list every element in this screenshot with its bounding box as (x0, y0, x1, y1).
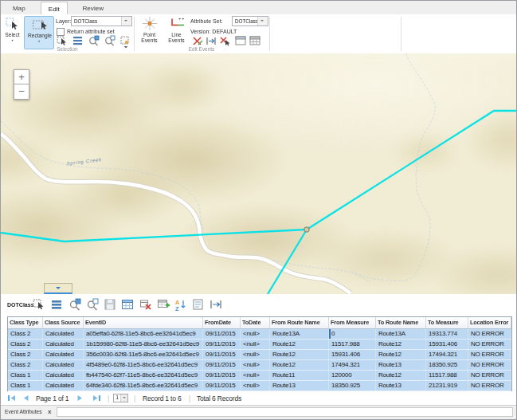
table-cell[interactable]: Route13 (376, 360, 426, 370)
attribute-set-combobox[interactable]: DOTClass (232, 16, 268, 26)
table-cell[interactable]: 11517.988 (426, 371, 468, 380)
table-cell[interactable]: Route13A (270, 329, 329, 339)
table-cell[interactable]: Route12 (376, 350, 426, 359)
column-header[interactable]: From Measure (329, 317, 376, 328)
table-cell[interactable]: 11517.988 (329, 340, 376, 349)
table-cell[interactable]: 09/11/2015 (203, 350, 241, 359)
selection-list-icon[interactable] (72, 35, 84, 46)
delete-record-icon[interactable] (139, 298, 153, 312)
table-cell[interactable]: 17494.321 (329, 360, 376, 370)
table-cell[interactable]: <null> (241, 371, 270, 380)
table-cell[interactable]: Route13 (270, 381, 329, 391)
table-cell[interactable]: 09/11/2015 (203, 340, 241, 349)
table-cell[interactable]: NO ERROR (468, 329, 511, 339)
zoom-in-button[interactable]: + (14, 69, 29, 84)
table-cell[interactable]: Route13 (376, 381, 426, 391)
map-view[interactable]: Spring Creek + − (1, 53, 516, 294)
layer-combo-arrow[interactable] (121, 17, 131, 26)
table-cell[interactable]: <null> (241, 350, 270, 359)
table-cell[interactable]: Calculated (43, 371, 84, 380)
table-cell[interactable]: Class 1 (8, 371, 43, 380)
table-row[interactable]: Class 2Calculateda05effa0-62f8-11e5-8bc6… (8, 329, 511, 340)
table-cell[interactable]: a05effa0-62f8-11e5-8bc6-ee32641d5ec9 (84, 329, 203, 339)
first-page-button[interactable] (7, 394, 16, 402)
table-cell[interactable]: <null> (241, 381, 270, 391)
table-cell[interactable]: Route12 (270, 360, 329, 370)
table-cell[interactable]: 09/11/2015 (203, 360, 241, 370)
zoom-out-button[interactable]: − (14, 84, 29, 100)
zoom-to-selection-icon[interactable] (88, 35, 100, 46)
table-cell[interactable]: NO ERROR (468, 340, 511, 349)
select-by-attributes-icon[interactable] (57, 35, 68, 46)
table-row[interactable]: Class 2Calculated356c0030-62f8-11e5-8bc6… (8, 350, 511, 360)
table-cell[interactable]: 120000 (329, 371, 376, 380)
table-cell[interactable]: Class 2 (8, 340, 43, 349)
table-cell[interactable]: 09/11/2015 (203, 371, 241, 380)
column-header[interactable]: FromDate (203, 317, 241, 328)
table-cell[interactable]: Class 1 (8, 381, 43, 391)
pan-to-selected-icon[interactable] (86, 298, 100, 312)
sort-icon[interactable]: A Z (174, 298, 188, 312)
switch-table-icon[interactable] (121, 298, 135, 312)
table-cell[interactable]: Route12 (376, 371, 426, 380)
menu-icon[interactable] (50, 298, 64, 312)
column-header[interactable]: EventID (84, 317, 203, 328)
table-cell[interactable]: 356c0030-62f8-11e5-8bc6-ee32641d5ec9 (84, 350, 203, 359)
table-cell[interactable]: NO ERROR (468, 360, 511, 370)
pan-to-selection-icon[interactable] (104, 35, 116, 46)
table-cell[interactable]: Route13A (376, 329, 426, 339)
table-cell[interactable]: Route11 (270, 371, 329, 380)
route-junction-vertex[interactable] (304, 227, 309, 232)
table-cell[interactable]: 15931.406 (426, 340, 468, 349)
table-cell[interactable]: Class 2 (8, 360, 43, 370)
table-cell[interactable]: NO ERROR (468, 371, 511, 380)
table-cell[interactable]: Route12 (270, 340, 329, 349)
column-header[interactable]: To Measure (426, 317, 468, 328)
table-cell[interactable]: Calculated (43, 329, 84, 339)
rectangle-tool-button[interactable]: Rectangle ▼ (24, 16, 54, 49)
table-row[interactable]: Class 1Calculatedfb447540-62f7-11e5-8bc6… (8, 371, 511, 381)
table-cell[interactable]: 0 (329, 329, 376, 339)
split-event-icon[interactable] (192, 35, 203, 46)
table-cell[interactable]: Route12 (270, 350, 329, 359)
table-cell[interactable]: <null> (241, 360, 270, 370)
table-cell[interactable]: 15931.406 (329, 350, 376, 359)
event-window-icon[interactable] (235, 35, 246, 46)
table-cell[interactable]: NO ERROR (468, 381, 511, 391)
column-header[interactable]: From Route Name (270, 317, 329, 328)
column-header[interactable]: ToDate (241, 317, 270, 328)
panel-collapse-tab[interactable] (44, 283, 72, 294)
tab-edit[interactable]: Edit (41, 2, 68, 15)
table-cell[interactable]: Class 2 (8, 350, 43, 359)
table-cell[interactable]: NO ERROR (468, 350, 511, 359)
table-cell[interactable]: Class 2 (8, 329, 43, 339)
select-tool-button[interactable]: Select ▼ (2, 16, 22, 49)
attributes-form-icon[interactable] (192, 298, 206, 312)
line-events-button[interactable]: LineEvents (163, 16, 190, 49)
tab-map[interactable]: Map (6, 2, 33, 14)
column-header[interactable]: Class Type (8, 317, 43, 328)
fit-columns-icon[interactable] (210, 298, 223, 312)
table-cell[interactable]: Route12 (376, 340, 426, 349)
previous-page-button[interactable] (22, 394, 29, 402)
next-page-button[interactable] (76, 394, 84, 402)
column-header[interactable]: To Route Name (376, 317, 426, 328)
layer-combobox[interactable]: DOTClass (71, 16, 132, 26)
table-cell[interactable]: fb447540-62f7-11e5-8bc6-ee32641d5ec9 (84, 371, 203, 380)
event-table-icon[interactable] (249, 35, 260, 46)
attribute-set-combo-arrow[interactable] (257, 17, 268, 26)
table-cell[interactable]: 18350.925 (329, 381, 376, 391)
merge-event-icon[interactable] (206, 35, 217, 46)
point-events-button[interactable]: PointEvents (137, 16, 162, 49)
page-number-arrow[interactable] (120, 394, 127, 402)
table-cell[interactable]: Calculated (43, 360, 84, 370)
table-cell[interactable]: 21231.919 (426, 381, 468, 391)
page-number-dropdown[interactable]: 1 (113, 394, 128, 402)
selection-options-icon[interactable] (120, 35, 131, 49)
table-row[interactable]: Class 1Calculated64fde340-62f8-11e5-8bc6… (8, 381, 511, 391)
table-row[interactable]: Class 2Calculated4f5489e0-62f8-11e5-8bc6… (8, 360, 511, 371)
delete-event-icon[interactable] (219, 35, 230, 46)
last-page-button[interactable] (92, 394, 101, 402)
table-cell[interactable]: 17494.321 (426, 350, 468, 359)
table-cell[interactable]: 1b159980-62f8-11e5-8bc6-ee32641d5ec9 (84, 340, 203, 349)
